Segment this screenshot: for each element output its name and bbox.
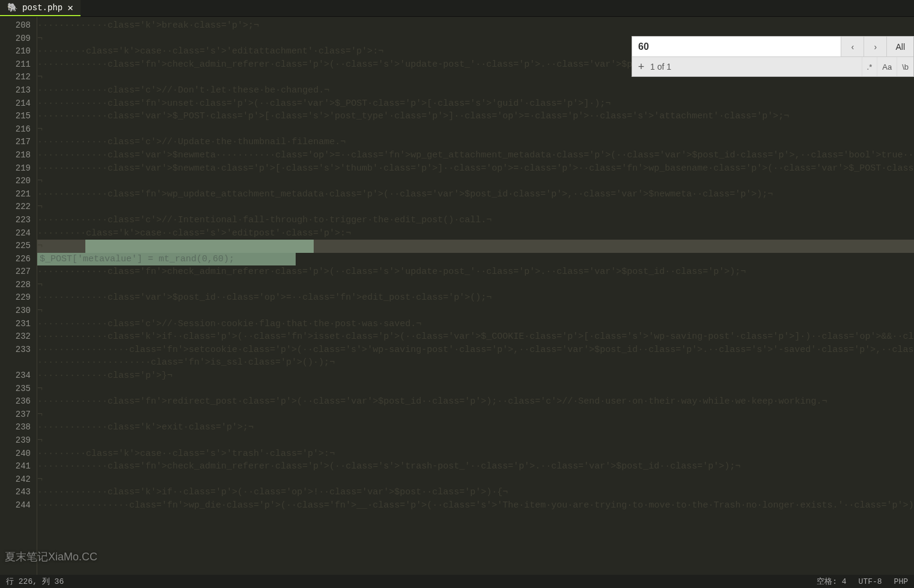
code-line[interactable]: ·············class='fn'>check_admin_refe…: [37, 460, 914, 473]
code-line[interactable]: ·········class='k'>case··class='s'>'edit…: [37, 227, 914, 240]
code-text: ¬: [37, 241, 43, 251]
code-line[interactable]: ·············class='k'>if··class='p'>(··…: [37, 330, 914, 344]
code-line[interactable]: ·············class='c'>//·Intentional·fa…: [37, 214, 914, 227]
code-text: ·············class='p'>}¬: [37, 371, 172, 381]
code-line[interactable]: ¬: [37, 408, 914, 422]
code-line[interactable]: $_POST['metavalue'] = mt_rand(0,60);: [37, 253, 914, 266]
line-number: 210: [0, 45, 31, 58]
code-text: ·············class='var'>$newmeta·······…: [37, 150, 914, 160]
line-number: 243▾: [0, 486, 31, 499]
code-text: ·············class='fn'>check_admin_refe…: [37, 461, 740, 471]
line-number: 244: [0, 499, 31, 512]
find-input[interactable]: [632, 37, 841, 56]
code-text: ·············class='c'>//·Don't·let·thes…: [37, 85, 329, 95]
find-prev-button[interactable]: ‹: [841, 37, 864, 56]
code-line[interactable]: ·············class='var'>$_POST·class='p…: [37, 110, 914, 123]
code-line[interactable]: ¬: [37, 305, 914, 318]
code-line[interactable]: ·····················class='fn'>is_ssl·c…: [37, 356, 914, 369]
find-all-button[interactable]: All: [886, 37, 913, 56]
status-encoding[interactable]: UTF-8: [859, 577, 882, 586]
line-number: 226: [0, 253, 31, 266]
line-number: 214: [0, 97, 31, 111]
code-line[interactable]: ·············class='c'>//·Don't·let·thes…: [37, 84, 914, 97]
code-content[interactable]: ·············class='k'>break·class='p'>;…: [37, 17, 914, 575]
code-line[interactable]: ·············class='fn'>unset·class='p'>…: [37, 97, 914, 111]
code-text: ·············class='var'>$_POST·class='p…: [37, 111, 789, 121]
code-line[interactable]: ·············class='var'>$newmeta·······…: [37, 149, 914, 162]
code-text: ·············class='fn'>wp_update_attach…: [37, 189, 773, 199]
code-text: ·············class='fn'>check_admin_refe…: [37, 267, 746, 277]
line-number: 212: [0, 71, 31, 84]
code-line[interactable]: ¬: [37, 383, 914, 396]
status-indent[interactable]: 空格: 4: [817, 576, 846, 587]
code-text: ¬: [37, 202, 43, 212]
code-text: ¬: [37, 176, 43, 186]
line-number: 222: [0, 201, 31, 214]
php-file-icon: 🐘: [7, 2, 17, 13]
find-expand-button[interactable]: +: [632, 61, 650, 73]
code-line[interactable]: ·············class='p'>}¬: [37, 369, 914, 383]
code-text: ·············class='c'>//·Intentional·fa…: [37, 215, 492, 225]
code-line[interactable]: ·············class='k'>break·class='p'>;…: [37, 19, 914, 32]
line-number: 228: [0, 279, 31, 292]
code-text: ·········class='k'>case··class='s'>'edit…: [37, 228, 351, 238]
code-line[interactable]: ·············class='c'>//·Update·the·thu…: [37, 136, 914, 149]
line-number: 218: [0, 149, 31, 162]
code-text: ·············class='c'>//·Update·the·thu…: [37, 137, 346, 147]
tab-bar: 🐘 post.php ✕: [0, 0, 914, 17]
code-line[interactable]: ¬: [37, 473, 914, 486]
line-number: 224: [0, 227, 31, 240]
code-line[interactable]: ·············class='fn'>check_admin_refe…: [37, 265, 914, 279]
close-icon[interactable]: ✕: [67, 2, 73, 14]
line-number: 220: [0, 175, 31, 188]
status-position[interactable]: 行 226, 列 36: [6, 576, 64, 587]
code-text: ·············class='var'>$newmeta·class=…: [37, 163, 914, 174]
code-text: ¬: [37, 435, 43, 446]
editor-area: 2082092102112122132142152162172182192202…: [0, 17, 914, 575]
status-language[interactable]: PHP: [894, 577, 908, 586]
code-text: ¬: [37, 280, 43, 290]
code-text: ·················class='fn'>setcookie·cl…: [37, 345, 914, 355]
line-number: 213: [0, 84, 31, 97]
code-text: ·············class='k'>exit·class='p'>;¬: [37, 422, 254, 432]
code-line[interactable]: ¬: [37, 240, 914, 253]
line-number: 215: [0, 110, 31, 123]
find-count: 1 of 1: [650, 62, 862, 71]
line-number: 208: [0, 19, 31, 32]
code-line[interactable]: ¬: [37, 434, 914, 447]
code-line[interactable]: ¬: [37, 201, 914, 214]
code-line[interactable]: ¬: [37, 279, 914, 292]
code-text: ·············class='fn'>unset·class='p'>…: [37, 99, 611, 109]
line-number: 229: [0, 291, 31, 305]
code-text: ·············class='c'>//·Session·cookie…: [37, 319, 421, 329]
line-number: 211: [0, 58, 31, 71]
code-text: ·············class='k'>if··class='p'>(··…: [37, 487, 508, 497]
code-line[interactable]: ·············class='k'>exit·class='p'>;¬: [37, 421, 914, 434]
watermark: 夏末笔记XiaMo.CC: [5, 550, 97, 564]
line-number: [0, 356, 31, 369]
code-line[interactable]: ·········class='k'>case··class='s'>'tras…: [37, 447, 914, 461]
code-line[interactable]: ·············class='var'>$post_id··class…: [37, 291, 914, 305]
find-word-toggle[interactable]: \b: [897, 57, 913, 76]
code-line[interactable]: ¬: [37, 175, 914, 188]
tab-filename: post.php: [22, 3, 62, 13]
line-number: 216: [0, 123, 31, 136]
code-line[interactable]: ·············class='fn'>wp_update_attach…: [37, 188, 914, 201]
code-line[interactable]: ·············class='fn'>redirect_post·cl…: [37, 395, 914, 408]
find-regex-toggle[interactable]: .*: [862, 57, 877, 76]
line-number-gutter: 2082092102112122132142152162172182192202…: [0, 17, 37, 575]
code-line[interactable]: ·················class='fn'>setcookie·cl…: [37, 344, 914, 357]
code-line[interactable]: ·············class='c'>//·Session·cookie…: [37, 318, 914, 331]
find-next-button[interactable]: ›: [864, 37, 886, 56]
line-number: 227: [0, 265, 31, 279]
line-number: 209: [0, 32, 31, 46]
line-number: 221: [0, 188, 31, 201]
code-line[interactable]: ·············class='var'>$newmeta·class=…: [37, 162, 914, 175]
line-number: 231: [0, 318, 31, 331]
find-case-toggle[interactable]: Aa: [877, 57, 897, 76]
tab-post-php[interactable]: 🐘 post.php ✕: [0, 0, 81, 16]
code-line[interactable]: ·················class='fn'>wp_die·class…: [37, 499, 914, 512]
code-line[interactable]: ¬: [37, 123, 914, 136]
code-line[interactable]: ·············class='k'>if··class='p'>(··…: [37, 486, 914, 499]
inserted-code-text: $_POST['metavalue'] = mt_rand(0,60);: [40, 253, 234, 266]
